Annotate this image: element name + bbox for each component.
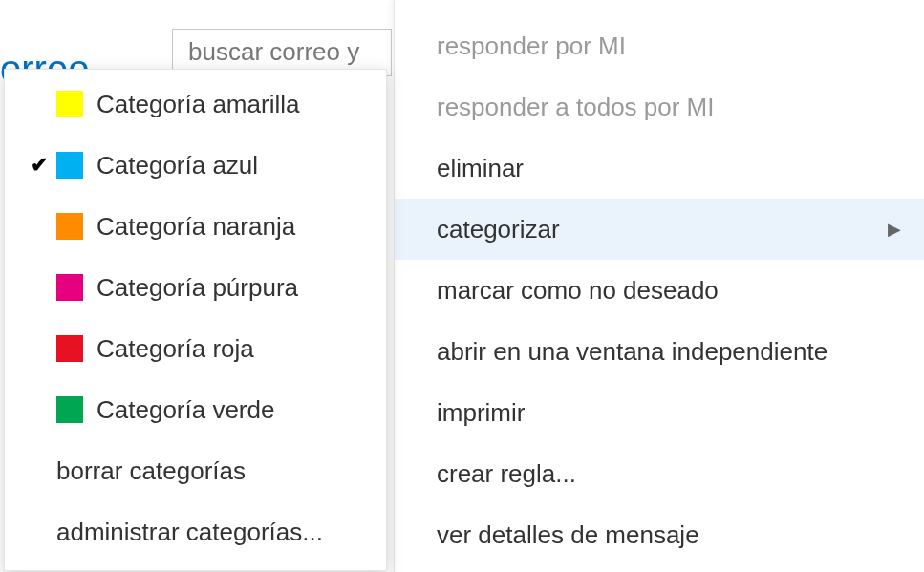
context-menu: responder por MIresponder a todos por MI… <box>394 0 924 572</box>
menu-item-ver-detalles-de-mensaje[interactable]: ver detalles de mensaje <box>395 504 924 565</box>
color-swatch-icon <box>56 274 83 301</box>
clear-categories[interactable]: borrar categorías <box>5 440 386 501</box>
category-item-categor-a-verde[interactable]: Categoría verde <box>5 379 386 440</box>
check-icon: ✔ <box>26 153 53 178</box>
category-label: Categoría naranja <box>97 212 295 242</box>
menu-item-label: crear regla... <box>437 459 576 489</box>
menu-item-responder-a-todos-por-mi: responder a todos por MI <box>395 76 924 138</box>
color-swatch-icon <box>56 213 83 240</box>
manage-categories-label: administrar categorías... <box>56 518 323 547</box>
menu-item-label: responder a todos por MI <box>437 93 715 122</box>
clear-categories-label: borrar categorías <box>56 456 246 486</box>
menu-item-label: categorizar <box>437 215 560 244</box>
menu-item-label: abrir en una ventana independiente <box>437 337 827 367</box>
category-item-categor-a-roja[interactable]: Categoría roja <box>5 318 386 379</box>
category-label: Categoría azul <box>97 151 258 180</box>
menu-item-eliminar[interactable]: eliminar <box>395 138 924 199</box>
color-swatch-icon <box>56 396 83 423</box>
category-item-categor-a-amarilla[interactable]: Categoría amarilla <box>5 74 386 135</box>
menu-item-marcar-como-no-deseado[interactable]: marcar como no deseado <box>395 260 924 321</box>
menu-item-label: responder por MI <box>437 32 626 61</box>
menu-item-label: eliminar <box>437 154 524 183</box>
menu-item-abrir-en-una-ventana-independiente[interactable]: abrir en una ventana independiente <box>395 321 924 382</box>
menu-item-label: imprimir <box>437 398 525 428</box>
menu-item-categorizar[interactable]: categorizar▶ <box>395 199 924 260</box>
submenu-arrow-icon: ▶ <box>888 219 901 240</box>
color-swatch-icon <box>56 335 83 362</box>
categorize-submenu: Categoría amarilla✔Categoría azulCategor… <box>4 69 387 571</box>
category-item-categor-a-naranja[interactable]: Categoría naranja <box>5 196 386 257</box>
color-swatch-icon <box>56 91 83 117</box>
category-label: Categoría verde <box>97 395 274 425</box>
menu-item-crear-regla[interactable]: crear regla... <box>395 443 924 504</box>
color-swatch-icon <box>56 152 83 179</box>
manage-categories[interactable]: administrar categorías... <box>5 501 386 562</box>
category-item-categor-a-azul[interactable]: ✔Categoría azul <box>5 135 386 196</box>
menu-item-imprimir[interactable]: imprimir <box>395 382 924 443</box>
menu-item-responder-por-mi: responder por MI <box>395 15 924 76</box>
category-label: Categoría púrpura <box>97 273 298 303</box>
category-item-categor-a-p-rpura[interactable]: Categoría púrpura <box>5 257 386 318</box>
menu-item-label: ver detalles de mensaje <box>437 520 699 550</box>
menu-item-label: marcar como no deseado <box>437 276 719 306</box>
category-label: Categoría roja <box>97 334 254 364</box>
category-label: Categoría amarilla <box>97 90 299 119</box>
